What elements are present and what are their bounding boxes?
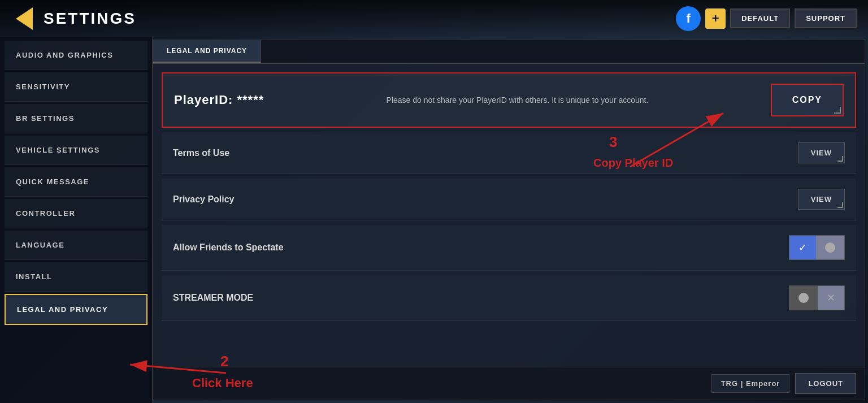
circle-icon-2 (798, 293, 809, 303)
back-arrow-icon (16, 7, 33, 30)
facebook-button[interactable]: f (676, 6, 701, 31)
sidebar-item-controller[interactable]: CONTROLLER (5, 199, 147, 228)
sidebar-item-install[interactable]: INSTALL (5, 262, 147, 292)
plus-button[interactable]: + (705, 8, 726, 29)
spectate-toggle-on[interactable]: ✓ (789, 236, 816, 259)
sidebar-item-br-settings[interactable]: BR SETTINGS (5, 104, 147, 133)
streamer-label: STREAMER MODE (173, 293, 789, 303)
copy-button[interactable]: COPY (771, 84, 844, 116)
sidebar: AUDIO AND GRAPHICS SENSITIVITY BR SETTIN… (0, 37, 153, 403)
support-button[interactable]: SUPPORT (795, 8, 857, 28)
page-title: SETTINGS (44, 10, 136, 28)
streamer-toggle-x[interactable]: ✕ (818, 286, 844, 310)
streamer-toggle[interactable]: ✕ (789, 285, 845, 310)
privacy-view-button[interactable]: VIEW (798, 189, 845, 210)
streamer-mode-row: STREAMER MODE ✕ (162, 275, 856, 321)
footer: TRG | Emperor LOGOUT (153, 367, 865, 400)
tab-bar: LEGAL AND PRIVACY (153, 40, 865, 64)
back-button[interactable] (11, 6, 37, 31)
terms-label: Terms of Use (173, 148, 798, 158)
player-id-note: Please do not share your PlayerID with o… (275, 96, 759, 105)
player-id-label: PlayerID: ***** (174, 93, 264, 107)
terms-view-button[interactable]: VIEW (798, 142, 845, 163)
spectate-row: Allow Friends to Spectate ✓ (162, 225, 856, 271)
sidebar-item-audio-graphics[interactable]: AUDIO AND GRAPHICS (5, 41, 147, 70)
sidebar-item-language[interactable]: LANGUAGE (5, 231, 147, 260)
sidebar-item-sensitivity[interactable]: SENSITIVITY (5, 72, 147, 102)
privacy-policy-row: Privacy Policy VIEW (162, 179, 856, 220)
sidebar-item-vehicle-settings[interactable]: VEHICLE SETTINGS (5, 136, 147, 165)
spectate-label: Allow Friends to Spectate (173, 242, 789, 253)
default-button[interactable]: DEFAULT (730, 8, 790, 28)
circle-icon (825, 242, 835, 253)
content-panel: LEGAL AND PRIVACY PlayerID: ***** Please… (153, 40, 865, 400)
sidebar-item-legal-privacy[interactable]: LEGAL AND PRIVACY (5, 294, 147, 325)
spectate-toggle-off[interactable] (816, 236, 844, 259)
main-layout: AUDIO AND GRAPHICS SENSITIVITY BR SETTIN… (0, 37, 868, 403)
tab-legal-privacy[interactable]: LEGAL AND PRIVACY (153, 40, 261, 63)
terms-of-use-row: Terms of Use VIEW (162, 132, 856, 174)
header: SETTINGS f + DEFAULT SUPPORT (0, 0, 868, 37)
header-right: f + DEFAULT SUPPORT (676, 6, 868, 31)
content-body: PlayerID: ***** Please do not share your… (153, 64, 865, 367)
player-id-row: PlayerID: ***** Please do not share your… (162, 72, 856, 128)
streamer-toggle-off[interactable] (789, 286, 818, 310)
header-left: SETTINGS (0, 6, 136, 31)
user-info: TRG | Emperor (711, 374, 790, 393)
spectate-toggle[interactable]: ✓ (789, 235, 845, 260)
sidebar-item-quick-message[interactable]: QUICK MESSAGE (5, 167, 147, 197)
logout-button[interactable]: LOGOUT (795, 373, 856, 394)
privacy-label: Privacy Policy (173, 194, 798, 205)
